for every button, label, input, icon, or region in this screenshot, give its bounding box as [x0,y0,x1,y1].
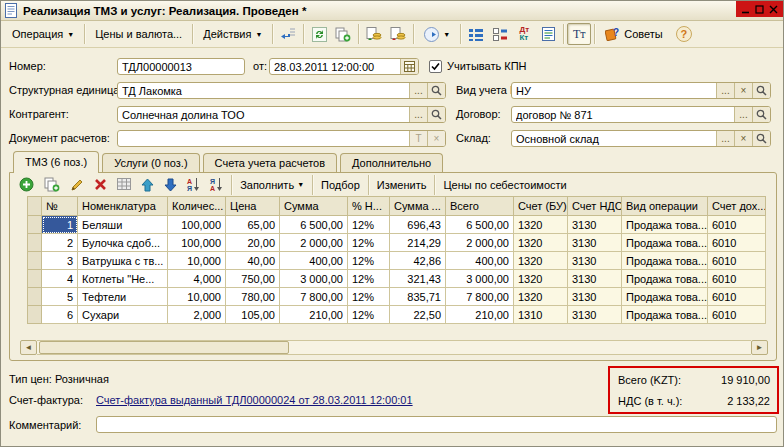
cell[interactable]: 7 800,00 [446,288,514,306]
warehouse-input[interactable] [512,131,716,146]
cell[interactable]: 22,50 [390,306,446,324]
cell[interactable]: 10,000 [168,252,226,270]
cell[interactable]: 3130 [568,216,622,234]
cell[interactable]: 1320 [514,270,568,288]
cell[interactable]: 12% [348,252,390,270]
end-edit-button[interactable] [112,175,136,195]
cell[interactable]: 1320 [514,252,568,270]
unit-input[interactable] [118,83,409,98]
cell[interactable]: 6010 [708,216,766,234]
help-button[interactable]: ? [676,26,692,42]
cell[interactable]: 42,86 [390,252,446,270]
reread-button[interactable] [276,23,300,45]
unit-open-button[interactable] [427,83,445,98]
copy-button[interactable] [331,23,355,45]
cell[interactable]: Сухари [78,306,168,324]
contract-open-button[interactable] [752,107,770,122]
add-row-button[interactable] [14,175,39,195]
pick-button[interactable]: Подбор [316,175,365,195]
cell[interactable]: 321,43 [390,270,446,288]
cell[interactable]: 12% [348,288,390,306]
row-number-cell[interactable]: 4 [42,270,78,288]
cell[interactable]: Булочка сдоб... [78,234,168,252]
structure-button[interactable] [464,23,488,45]
settlement-clear-button[interactable]: × [427,131,445,146]
copy-row-button[interactable] [39,175,65,195]
cell[interactable]: 6 500,00 [280,216,348,234]
cell[interactable]: 65,00 [226,216,280,234]
fill-menu-button[interactable]: Заполнить▼ [235,175,309,195]
cell[interactable]: Продажа това... [622,288,708,306]
cell[interactable]: 2 000,00 [446,234,514,252]
warehouse-choose-button[interactable]: ... [716,131,734,146]
cell[interactable]: Тефтели [78,288,168,306]
tips-button[interactable]: ?Советы [598,23,669,45]
nu-input[interactable] [512,83,716,98]
cell[interactable]: 3 000,00 [280,270,348,288]
cell[interactable]: 6010 [708,234,766,252]
cell[interactable]: 400,00 [446,252,514,270]
cell[interactable]: 1320 [514,216,568,234]
scroll-right-button[interactable]: ► [751,340,768,355]
cell[interactable]: 12% [348,234,390,252]
cell[interactable]: Продажа това... [622,306,708,324]
report-button[interactable] [536,23,560,45]
row-number-cell[interactable]: 3 [42,252,78,270]
cell[interactable]: Котлеты "Не... [78,270,168,288]
cell[interactable]: Ватрушка с тв... [78,252,168,270]
comment-input[interactable] [97,417,776,432]
cell[interactable]: 7 800,00 [280,288,348,306]
operation-menu-button[interactable]: Операция▼ [5,23,81,45]
date-input[interactable] [270,59,400,74]
warehouse-open-button[interactable] [752,131,770,146]
post-document-button[interactable] [362,23,386,45]
refresh-button[interactable] [307,23,331,45]
cell[interactable]: 214,29 [390,234,446,252]
invoice-link[interactable]: Счет-фактура выданный ТДЛ00000024 от 28.… [96,394,413,406]
cell[interactable]: Беляши [78,216,168,234]
cell[interactable]: 20,00 [226,234,280,252]
calendar-button[interactable] [400,59,418,74]
cell[interactable]: 210,00 [280,306,348,324]
cell[interactable]: 40,00 [226,252,280,270]
cell[interactable]: 6 500,00 [446,216,514,234]
prices-currency-button[interactable]: Цены и валюта... [88,23,189,45]
tab-1[interactable]: Услуги (0 поз.) [102,153,199,172]
cell[interactable]: 750,00 [226,270,280,288]
cell[interactable]: 100,000 [168,234,226,252]
dt-kt-button[interactable]: ДтКт [512,23,536,45]
counterparty-choose-button[interactable]: ... [409,107,427,122]
close-button[interactable] [768,4,779,15]
cell[interactable]: 12% [348,270,390,288]
cell[interactable]: 835,71 [390,288,446,306]
nu-choose-button[interactable]: ... [716,83,734,98]
row-number-cell[interactable]: 1 [42,216,78,234]
move-down-button[interactable] [159,175,182,195]
cell[interactable]: 210,00 [446,306,514,324]
horizontal-scrollbar[interactable]: ◄ ► [20,340,768,355]
move-up-button[interactable] [136,175,159,195]
cell[interactable]: Продажа това... [622,216,708,234]
cell[interactable]: 100,000 [168,216,226,234]
cell[interactable]: 12% [348,306,390,324]
cell[interactable]: 696,43 [390,216,446,234]
delete-row-button[interactable] [89,175,112,195]
unpost-document-button[interactable] [386,23,410,45]
cell[interactable]: Продажа това... [622,252,708,270]
scrollbar-thumb[interactable] [39,341,289,354]
row-number-cell[interactable]: 2 [42,234,78,252]
counterparty-input[interactable] [118,107,409,122]
cell[interactable]: 3130 [568,288,622,306]
maximize-button[interactable] [754,4,765,15]
totals-toggle-button[interactable]: Тт [567,23,591,45]
settlement-doc-input[interactable] [118,131,409,146]
change-button[interactable]: Изменить [372,175,432,195]
go-to-button[interactable]: ▼ [417,23,457,45]
cell[interactable]: 4,000 [168,270,226,288]
cell[interactable]: 6010 [708,252,766,270]
cell[interactable]: 400,00 [280,252,348,270]
edit-row-button[interactable] [65,175,89,195]
tab-2[interactable]: Счета учета расчетов [203,153,337,172]
scroll-left-button[interactable]: ◄ [20,340,37,355]
sort-asc-button[interactable]: АЯ [182,175,205,195]
